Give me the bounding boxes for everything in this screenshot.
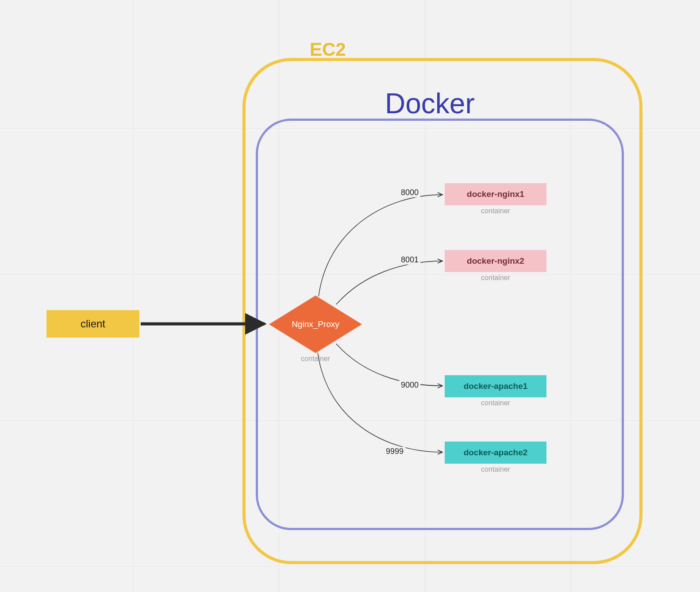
node-docker-apache1-label: docker-apache1: [464, 381, 528, 391]
group-docker-label: Docker: [385, 87, 475, 120]
node-docker-apache2-sub: container: [445, 465, 546, 473]
node-client[interactable]: client: [46, 310, 139, 338]
node-client-label: client: [81, 318, 105, 330]
node-docker-apache2-label: docker-apache2: [464, 448, 528, 457]
node-docker-apache1[interactable]: docker-apache1 container: [445, 375, 546, 407]
node-docker-apache1-sub: container: [445, 399, 546, 407]
node-docker-nginx2-label: docker-nginx2: [467, 256, 524, 266]
edge-label-9999: 9999: [384, 447, 405, 456]
node-docker-nginx1[interactable]: docker-nginx1 container: [445, 183, 546, 215]
node-docker-nginx1-sub: container: [445, 207, 546, 215]
group-ec2-label: EC2: [310, 39, 346, 60]
edge-label-8000: 8000: [399, 188, 420, 197]
node-docker-nginx2[interactable]: docker-nginx2 container: [445, 250, 546, 282]
node-nginx-proxy[interactable]: Nginx_Proxy container: [269, 296, 362, 353]
edge-label-8001: 8001: [399, 255, 420, 265]
node-nginx-proxy-label: Nginx_Proxy: [269, 296, 362, 353]
node-nginx-proxy-sub: container: [269, 355, 362, 363]
edge-label-9000: 9000: [399, 381, 420, 390]
node-docker-apache2[interactable]: docker-apache2 container: [445, 442, 546, 473]
node-docker-nginx1-label: docker-nginx1: [467, 189, 524, 199]
node-docker-nginx2-sub: container: [445, 274, 546, 282]
